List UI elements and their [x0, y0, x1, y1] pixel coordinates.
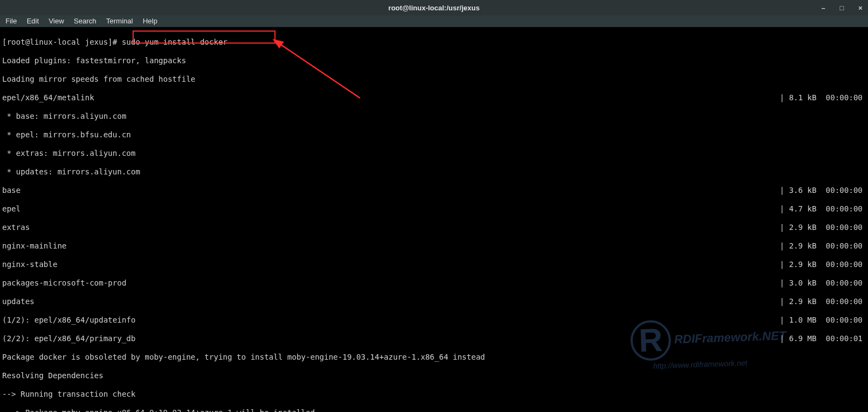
- window-controls: – □ ×: [819, 0, 865, 15]
- output-line: * epel: mirrors.bfsu.edu.cn: [2, 130, 866, 140]
- output-right: | 2.9 kB 00:00:00: [780, 297, 866, 306]
- menu-search[interactable]: Search: [74, 17, 96, 25]
- window-titlebar: root@linux-local:/usr/jexus – □ ×: [0, 0, 868, 15]
- output-line: Package docker is obsoleted by moby-engi…: [2, 353, 866, 362]
- menu-terminal[interactable]: Terminal: [106, 17, 133, 25]
- output-right: | 2.9 kB 00:00:00: [780, 241, 866, 251]
- terminal-area[interactable]: [root@linux-local jexus]# sudo yum insta…: [0, 27, 868, 412]
- output-line: (1/2): epel/x86_64/updateinfo: [2, 316, 135, 325]
- output-line: extras: [2, 223, 30, 232]
- output-right: | 2.9 kB 00:00:00: [780, 223, 866, 232]
- output-line: nginx-mainline: [2, 241, 67, 251]
- window-title: root@linux-local:/usr/jexus: [388, 4, 480, 12]
- output-line: epel/x86_64/metalink: [2, 93, 94, 102]
- output-line: nginx-stable: [2, 260, 57, 269]
- output-line: epel: [2, 204, 21, 214]
- output-line: base: [2, 186, 21, 195]
- prompt-command: sudo yum install docker: [122, 38, 228, 46]
- output-right: | 8.1 kB 00:00:00: [780, 93, 866, 102]
- output-line: * extras: mirrors.aliyun.com: [2, 149, 866, 158]
- output-line: (2/2): epel/x86_64/primary_db: [2, 334, 135, 343]
- output-right: | 3.0 kB 00:00:00: [780, 278, 866, 288]
- close-button[interactable]: ×: [856, 4, 865, 12]
- output-line: ---> Package moby-engine.x86_64 0:19.03.…: [2, 408, 866, 412]
- output-line: updates: [2, 297, 34, 306]
- output-line: * base: mirrors.aliyun.com: [2, 112, 866, 121]
- minimize-button[interactable]: –: [819, 4, 828, 12]
- output-right: | 3.6 kB 00:00:00: [780, 186, 866, 195]
- output-line: * updates: mirrors.aliyun.com: [2, 167, 866, 177]
- output-right: | 6.9 MB 00:00:01: [780, 334, 866, 343]
- output-line: Resolving Dependencies: [2, 371, 866, 380]
- menu-help[interactable]: Help: [143, 17, 158, 25]
- output-right: | 1.0 MB 00:00:00: [780, 316, 866, 325]
- menu-bar: File Edit View Search Terminal Help: [0, 15, 868, 27]
- menu-edit[interactable]: Edit: [27, 17, 39, 25]
- maximize-button[interactable]: □: [837, 4, 846, 12]
- menu-view[interactable]: View: [49, 17, 64, 25]
- output-line: Loaded plugins: fastestmirror, langpacks: [2, 56, 866, 65]
- output-line: packages-microsoft-com-prod: [2, 278, 127, 288]
- output-line: --> Running transaction check: [2, 390, 866, 399]
- output-right: | 4.7 kB 00:00:00: [780, 204, 866, 214]
- output-line: Loading mirror speeds from cached hostfi…: [2, 75, 866, 84]
- prompt-prefix: [root@linux-local jexus]#: [2, 38, 122, 46]
- output-right: | 2.9 kB 00:00:00: [780, 260, 866, 269]
- menu-file[interactable]: File: [5, 17, 17, 25]
